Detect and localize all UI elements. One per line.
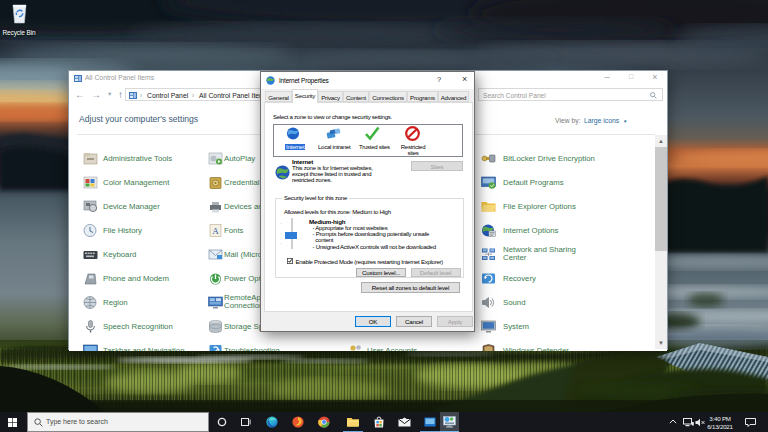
svg-text:A: A xyxy=(212,226,219,236)
